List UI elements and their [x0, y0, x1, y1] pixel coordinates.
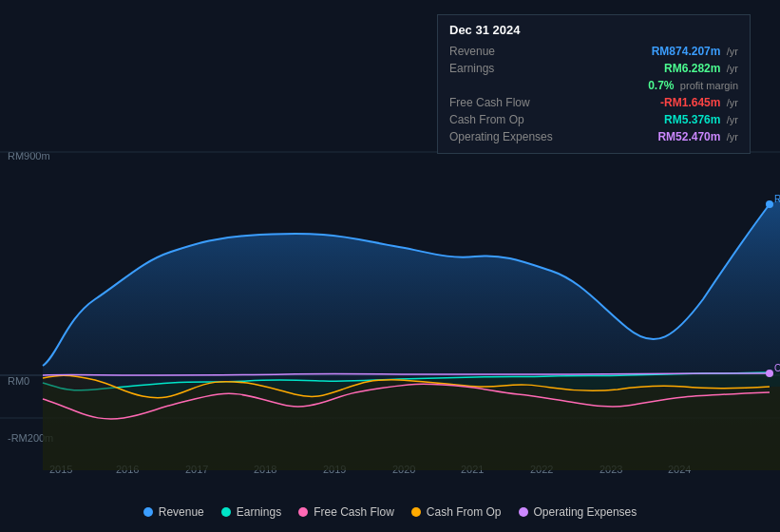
tooltip-unit-margin: profit margin	[680, 80, 738, 91]
tooltip-label-opex: Operating Expenses	[449, 130, 563, 143]
tooltip-row-revenue: Revenue RM874.207m /yr	[449, 43, 738, 60]
tooltip-unit-fcf: /yr	[727, 97, 738, 108]
tooltip-unit-revenue: /yr	[727, 46, 738, 57]
tooltip-label-cashop: Cash From Op	[449, 113, 563, 126]
tooltip-row-fcf: Free Cash Flow -RM1.645m /yr	[449, 94, 738, 111]
chart-svg: R O	[0, 147, 780, 470]
svg-text:R: R	[774, 194, 780, 204]
legend-dot-earnings	[221, 507, 231, 517]
legend-dot-opex	[519, 507, 528, 517]
legend-label-earnings: Earnings	[237, 505, 281, 519]
tooltip-value-cashop: RM5.376m	[664, 113, 720, 126]
tooltip-value-margin: 0.7%	[648, 79, 674, 92]
legend-label-fcf: Free Cash Flow	[314, 505, 394, 519]
tooltip-label-earnings: Earnings	[449, 62, 563, 75]
tooltip-unit-opex: /yr	[727, 131, 738, 142]
legend-dot-revenue	[143, 507, 153, 517]
tooltip-date: Dec 31 2024	[449, 23, 738, 37]
tooltip-value-fcf: -RM1.645m	[660, 96, 720, 109]
tooltip-label-revenue: Revenue	[449, 45, 563, 58]
legend-item-opex[interactable]: Operating Expenses	[519, 505, 637, 519]
tooltip-row-opex: Operating Expenses RM52.470m /yr	[449, 128, 738, 145]
tooltip-box: Dec 31 2024 Revenue RM874.207m /yr Earni…	[437, 14, 751, 154]
tooltip-unit-cashop: /yr	[727, 114, 738, 125]
tooltip-value-earnings: RM6.282m	[664, 62, 720, 75]
legend-item-revenue[interactable]: Revenue	[143, 505, 204, 519]
tooltip-unit-earnings: /yr	[727, 63, 738, 74]
tooltip-row-margin: 0.7% profit margin	[449, 77, 738, 94]
legend-dot-fcf	[298, 507, 308, 517]
chart-container: Dec 31 2024 Revenue RM874.207m /yr Earni…	[0, 0, 780, 532]
svg-point-4	[766, 370, 773, 377]
legend-label-revenue: Revenue	[159, 505, 204, 519]
legend-label-cashop: Cash From Op	[427, 505, 502, 519]
svg-text:O: O	[774, 363, 780, 373]
legend-item-fcf[interactable]: Free Cash Flow	[298, 505, 394, 519]
tooltip-value-opex: RM52.470m	[657, 130, 720, 143]
legend-item-cashop[interactable]: Cash From Op	[411, 505, 502, 519]
tooltip-label-fcf: Free Cash Flow	[449, 96, 563, 109]
legend-label-opex: Operating Expenses	[534, 505, 637, 519]
legend-dot-cashop	[411, 507, 421, 517]
tooltip-row-cashop: Cash From Op RM5.376m /yr	[449, 111, 738, 128]
tooltip-row-earnings: Earnings RM6.282m /yr	[449, 60, 738, 77]
tooltip-value-revenue: RM874.207m	[652, 45, 721, 58]
svg-point-3	[766, 200, 773, 208]
legend-item-earnings[interactable]: Earnings	[221, 505, 281, 519]
legend: Revenue Earnings Free Cash Flow Cash Fro…	[0, 505, 780, 519]
